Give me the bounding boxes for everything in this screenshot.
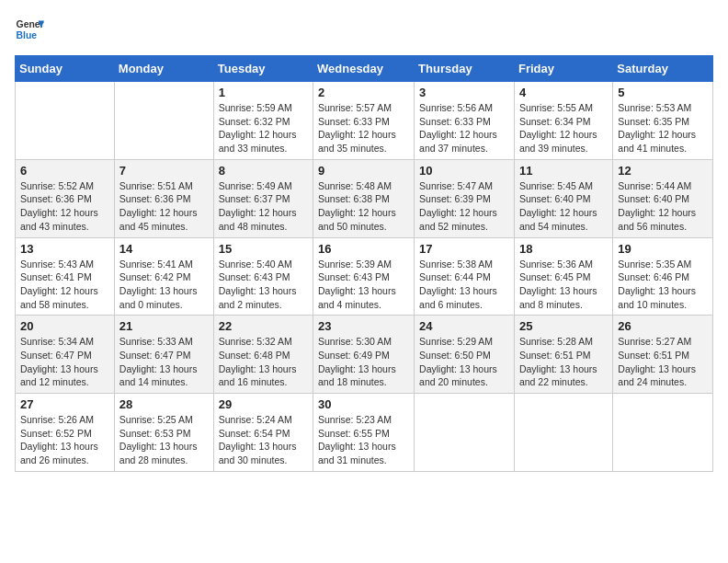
day-of-week-header: Monday bbox=[114, 56, 213, 82]
calendar-week-row: 1Sunrise: 5:59 AM Sunset: 6:32 PM Daylig… bbox=[16, 82, 713, 160]
page-header: General Blue bbox=[15, 15, 713, 44]
calendar-table: SundayMondayTuesdayWednesdayThursdayFrid… bbox=[15, 55, 713, 472]
calendar-cell: 11Sunrise: 5:45 AM Sunset: 6:40 PM Dayli… bbox=[514, 159, 612, 237]
calendar-cell: 19Sunrise: 5:35 AM Sunset: 6:46 PM Dayli… bbox=[613, 237, 713, 316]
cell-content: Sunrise: 5:39 AM Sunset: 6:43 PM Dayligh… bbox=[318, 258, 409, 312]
svg-text:Blue: Blue bbox=[17, 30, 38, 40]
day-number: 2 bbox=[318, 86, 409, 99]
calendar-cell: 2Sunrise: 5:57 AM Sunset: 6:33 PM Daylig… bbox=[313, 82, 415, 160]
cell-content: Sunrise: 5:52 AM Sunset: 6:36 PM Dayligh… bbox=[20, 179, 109, 234]
cell-content: Sunrise: 5:23 AM Sunset: 6:55 PM Dayligh… bbox=[318, 413, 409, 467]
cell-content: Sunrise: 5:41 AM Sunset: 6:42 PM Dayligh… bbox=[119, 258, 209, 312]
cell-content: Sunrise: 5:29 AM Sunset: 6:50 PM Dayligh… bbox=[419, 335, 509, 389]
calendar-cell: 22Sunrise: 5:32 AM Sunset: 6:48 PM Dayli… bbox=[213, 316, 313, 394]
cell-content: Sunrise: 5:44 AM Sunset: 6:40 PM Dayligh… bbox=[618, 179, 708, 234]
day-of-week-header: Friday bbox=[514, 56, 612, 82]
day-of-week-header: Saturday bbox=[613, 56, 713, 82]
calendar-cell: 10Sunrise: 5:47 AM Sunset: 6:39 PM Dayli… bbox=[415, 159, 515, 237]
calendar-week-row: 27Sunrise: 5:26 AM Sunset: 6:52 PM Dayli… bbox=[16, 394, 713, 472]
day-number: 29 bbox=[219, 397, 308, 411]
cell-content: Sunrise: 5:36 AM Sunset: 6:45 PM Dayligh… bbox=[519, 258, 608, 312]
cell-content: Sunrise: 5:48 AM Sunset: 6:38 PM Dayligh… bbox=[318, 179, 409, 234]
cell-content: Sunrise: 5:53 AM Sunset: 6:35 PM Dayligh… bbox=[618, 101, 708, 155]
cell-content: Sunrise: 5:43 AM Sunset: 6:41 PM Dayligh… bbox=[20, 258, 109, 312]
day-number: 30 bbox=[318, 397, 409, 411]
day-number: 9 bbox=[318, 164, 409, 178]
calendar-cell bbox=[16, 82, 115, 160]
cell-content: Sunrise: 5:24 AM Sunset: 6:54 PM Dayligh… bbox=[219, 413, 308, 467]
day-number: 24 bbox=[419, 319, 509, 333]
calendar-cell: 25Sunrise: 5:28 AM Sunset: 6:51 PM Dayli… bbox=[514, 316, 612, 394]
calendar-cell bbox=[415, 394, 515, 472]
day-number: 8 bbox=[219, 164, 308, 178]
cell-content: Sunrise: 5:56 AM Sunset: 6:33 PM Dayligh… bbox=[419, 101, 509, 155]
calendar-cell: 3Sunrise: 5:56 AM Sunset: 6:33 PM Daylig… bbox=[415, 82, 515, 160]
calendar-cell: 12Sunrise: 5:44 AM Sunset: 6:40 PM Dayli… bbox=[613, 159, 713, 237]
calendar-cell: 24Sunrise: 5:29 AM Sunset: 6:50 PM Dayli… bbox=[415, 316, 515, 394]
day-number: 25 bbox=[519, 319, 608, 333]
day-number: 10 bbox=[419, 164, 509, 178]
calendar-cell: 4Sunrise: 5:55 AM Sunset: 6:34 PM Daylig… bbox=[514, 82, 612, 160]
day-number: 18 bbox=[519, 242, 608, 256]
calendar-cell: 27Sunrise: 5:26 AM Sunset: 6:52 PM Dayli… bbox=[16, 394, 115, 472]
cell-content: Sunrise: 5:47 AM Sunset: 6:39 PM Dayligh… bbox=[419, 179, 509, 234]
day-number: 22 bbox=[219, 319, 308, 333]
cell-content: Sunrise: 5:59 AM Sunset: 6:32 PM Dayligh… bbox=[219, 101, 308, 155]
day-number: 20 bbox=[20, 319, 109, 333]
calendar-header-row: SundayMondayTuesdayWednesdayThursdayFrid… bbox=[16, 56, 713, 82]
day-of-week-header: Wednesday bbox=[313, 56, 415, 82]
day-number: 3 bbox=[419, 86, 509, 99]
calendar-cell bbox=[114, 82, 213, 160]
calendar-cell: 26Sunrise: 5:27 AM Sunset: 6:51 PM Dayli… bbox=[613, 316, 713, 394]
calendar-cell: 17Sunrise: 5:38 AM Sunset: 6:44 PM Dayli… bbox=[415, 237, 515, 316]
calendar-cell: 28Sunrise: 5:25 AM Sunset: 6:53 PM Dayli… bbox=[114, 394, 213, 472]
calendar-cell: 1Sunrise: 5:59 AM Sunset: 6:32 PM Daylig… bbox=[213, 82, 313, 160]
day-number: 4 bbox=[519, 86, 608, 99]
day-number: 16 bbox=[318, 242, 409, 256]
day-of-week-header: Sunday bbox=[16, 56, 115, 82]
day-number: 6 bbox=[20, 164, 109, 178]
day-number: 26 bbox=[618, 319, 708, 333]
day-number: 14 bbox=[119, 242, 209, 256]
cell-content: Sunrise: 5:57 AM Sunset: 6:33 PM Dayligh… bbox=[318, 101, 409, 155]
calendar-cell: 9Sunrise: 5:48 AM Sunset: 6:38 PM Daylig… bbox=[313, 159, 415, 237]
cell-content: Sunrise: 5:26 AM Sunset: 6:52 PM Dayligh… bbox=[20, 413, 109, 467]
day-number: 15 bbox=[219, 242, 308, 256]
calendar-cell: 8Sunrise: 5:49 AM Sunset: 6:37 PM Daylig… bbox=[213, 159, 313, 237]
cell-content: Sunrise: 5:49 AM Sunset: 6:37 PM Dayligh… bbox=[219, 179, 308, 234]
calendar-cell: 15Sunrise: 5:40 AM Sunset: 6:43 PM Dayli… bbox=[213, 237, 313, 316]
day-number: 5 bbox=[618, 86, 708, 99]
calendar-cell: 29Sunrise: 5:24 AM Sunset: 6:54 PM Dayli… bbox=[213, 394, 313, 472]
calendar-cell: 18Sunrise: 5:36 AM Sunset: 6:45 PM Dayli… bbox=[514, 237, 612, 316]
day-number: 28 bbox=[119, 397, 209, 411]
day-number: 12 bbox=[618, 164, 708, 178]
calendar-cell: 6Sunrise: 5:52 AM Sunset: 6:36 PM Daylig… bbox=[16, 159, 115, 237]
cell-content: Sunrise: 5:28 AM Sunset: 6:51 PM Dayligh… bbox=[519, 335, 608, 389]
day-number: 27 bbox=[20, 397, 109, 411]
calendar-cell: 13Sunrise: 5:43 AM Sunset: 6:41 PM Dayli… bbox=[16, 237, 115, 316]
day-number: 19 bbox=[618, 242, 708, 256]
day-of-week-header: Tuesday bbox=[213, 56, 313, 82]
logo-icon: General Blue bbox=[15, 15, 44, 44]
calendar-cell bbox=[613, 394, 713, 472]
calendar-cell: 23Sunrise: 5:30 AM Sunset: 6:49 PM Dayli… bbox=[313, 316, 415, 394]
calendar-cell: 20Sunrise: 5:34 AM Sunset: 6:47 PM Dayli… bbox=[16, 316, 115, 394]
day-number: 21 bbox=[119, 319, 209, 333]
cell-content: Sunrise: 5:38 AM Sunset: 6:44 PM Dayligh… bbox=[419, 258, 509, 312]
day-number: 11 bbox=[519, 164, 608, 178]
cell-content: Sunrise: 5:45 AM Sunset: 6:40 PM Dayligh… bbox=[519, 179, 608, 234]
calendar-week-row: 13Sunrise: 5:43 AM Sunset: 6:41 PM Dayli… bbox=[16, 237, 713, 316]
cell-content: Sunrise: 5:34 AM Sunset: 6:47 PM Dayligh… bbox=[20, 335, 109, 389]
cell-content: Sunrise: 5:27 AM Sunset: 6:51 PM Dayligh… bbox=[618, 335, 708, 389]
calendar-week-row: 20Sunrise: 5:34 AM Sunset: 6:47 PM Dayli… bbox=[16, 316, 713, 394]
cell-content: Sunrise: 5:40 AM Sunset: 6:43 PM Dayligh… bbox=[219, 258, 308, 312]
cell-content: Sunrise: 5:30 AM Sunset: 6:49 PM Dayligh… bbox=[318, 335, 409, 389]
day-number: 23 bbox=[318, 319, 409, 333]
cell-content: Sunrise: 5:55 AM Sunset: 6:34 PM Dayligh… bbox=[519, 101, 608, 155]
calendar-cell: 16Sunrise: 5:39 AM Sunset: 6:43 PM Dayli… bbox=[313, 237, 415, 316]
day-of-week-header: Thursday bbox=[415, 56, 515, 82]
calendar-week-row: 6Sunrise: 5:52 AM Sunset: 6:36 PM Daylig… bbox=[16, 159, 713, 237]
cell-content: Sunrise: 5:25 AM Sunset: 6:53 PM Dayligh… bbox=[119, 413, 209, 467]
cell-content: Sunrise: 5:32 AM Sunset: 6:48 PM Dayligh… bbox=[219, 335, 308, 389]
calendar-cell: 5Sunrise: 5:53 AM Sunset: 6:35 PM Daylig… bbox=[613, 82, 713, 160]
